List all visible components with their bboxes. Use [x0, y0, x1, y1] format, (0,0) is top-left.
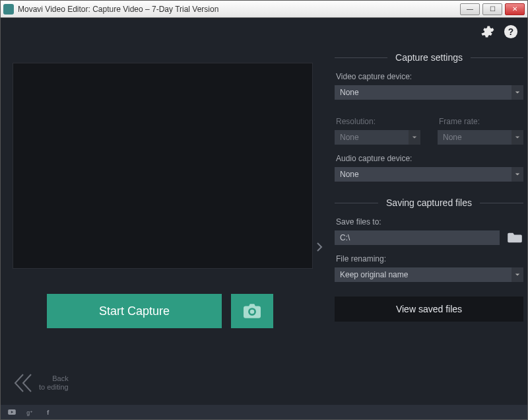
back-button[interactable]: Back to editing	[11, 372, 69, 394]
browse-folder-button[interactable]	[506, 230, 523, 245]
saving-files-header: Saving captured files	[335, 197, 523, 208]
svg-text:g⁺: g⁺	[26, 409, 33, 416]
framerate-label: Frame rate:	[439, 117, 523, 126]
help-icon[interactable]: ?	[504, 24, 518, 39]
video-device-select[interactable]: None	[335, 85, 523, 100]
app-window: Movavi Video Editor: Capture Video – 7-D…	[0, 0, 528, 420]
app-icon	[3, 4, 14, 15]
back-label-line1: Back	[39, 374, 69, 383]
app-body: ? Start Capture Back to editing	[1, 18, 527, 419]
close-button[interactable]: ✕	[505, 3, 525, 15]
gear-icon[interactable]	[480, 24, 494, 39]
view-saved-files-button[interactable]: View saved files	[335, 297, 523, 322]
capture-panel: Start Capture Back to editing	[1, 44, 324, 419]
footer-bar: g⁺ f	[1, 405, 527, 419]
resolution-label: Resolution:	[336, 117, 420, 126]
start-capture-button[interactable]: Start Capture	[47, 294, 222, 328]
svg-text:f: f	[47, 409, 50, 416]
save-to-label: Save files to:	[336, 217, 523, 227]
audio-device-label: Audio capture device:	[336, 154, 523, 163]
capture-settings-header: Capture settings	[335, 52, 523, 63]
video-preview	[13, 63, 313, 269]
renaming-select[interactable]: Keep original name	[335, 267, 523, 282]
chevron-down-icon	[515, 135, 520, 140]
chevron-down-icon	[515, 272, 520, 277]
google-plus-icon[interactable]: g⁺	[26, 407, 35, 417]
save-path-input[interactable]: C:\	[335, 230, 500, 245]
chevron-down-icon	[515, 172, 520, 177]
back-chevrons-icon	[11, 372, 35, 394]
window-title: Movavi Video Editor: Capture Video – 7-D…	[18, 5, 457, 14]
video-device-label: Video capture device:	[336, 72, 523, 81]
camera-icon	[244, 304, 261, 318]
svg-text:?: ?	[508, 27, 513, 37]
maximize-button[interactable]: ☐	[482, 3, 502, 15]
folder-icon	[508, 232, 522, 244]
minimize-button[interactable]: —	[460, 3, 480, 15]
chevron-down-icon	[412, 135, 417, 140]
snapshot-button[interactable]	[231, 294, 273, 328]
window-controls: — ☐ ✕	[457, 3, 525, 15]
youtube-icon[interactable]	[7, 407, 16, 417]
resolution-select: None	[335, 130, 420, 145]
titlebar[interactable]: Movavi Video Editor: Capture Video – 7-D…	[1, 1, 527, 18]
renaming-label: File renaming:	[336, 254, 523, 263]
collapse-panel-toggle[interactable]	[316, 242, 323, 254]
chevron-down-icon	[515, 90, 520, 95]
back-label-line2: to editing	[39, 383, 69, 392]
framerate-select: None	[438, 130, 523, 145]
chevron-right-icon	[316, 242, 323, 252]
settings-panel: Capture settings Video capture device: N…	[324, 44, 527, 419]
audio-device-select[interactable]: None	[335, 167, 523, 182]
facebook-icon[interactable]: f	[44, 407, 53, 417]
